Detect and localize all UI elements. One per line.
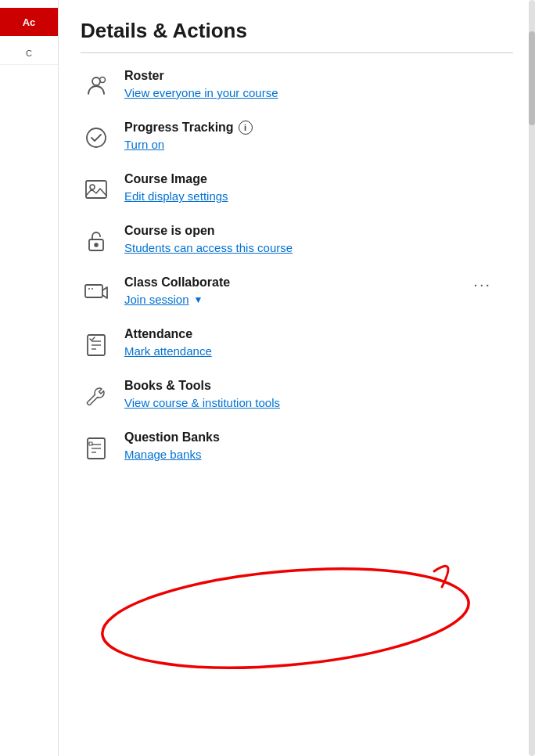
attendance-link[interactable]: Mark attendance	[124, 344, 212, 358]
tools-icon	[81, 380, 112, 412]
progress-info-icon[interactable]: i	[239, 121, 253, 135]
question-banks-content: Question Banks Manage banks	[124, 430, 220, 461]
collaborate-title: Class Collaborate	[124, 275, 513, 290]
svg-point-0	[92, 77, 100, 85]
progress-tracking-item: Progress Tracking i Turn on	[81, 121, 513, 153]
svg-point-6	[95, 243, 98, 247]
course-open-content: Course is open Students can access this …	[124, 224, 293, 254]
roster-title: Roster	[124, 69, 278, 83]
tools-svg	[84, 383, 109, 409]
details-actions-panel: Details & Actions Roster View everyone i…	[59, 0, 535, 756]
collaborate-more-button[interactable]: ···	[473, 275, 491, 293]
roster-icon	[81, 70, 112, 102]
attendance-content: Attendance Mark attendance	[124, 327, 212, 358]
progress-svg	[84, 125, 109, 150]
course-open-item: Course is open Students can access this …	[81, 224, 513, 257]
course-open-link[interactable]: Students can access this course	[124, 241, 293, 254]
title-divider	[81, 52, 513, 53]
join-session-dropdown-arrow[interactable]: ▼	[194, 294, 203, 305]
svg-rect-7	[85, 285, 102, 297]
roster-link[interactable]: View everyone in your course	[124, 86, 278, 99]
attendance-item: Attendance Mark attendance	[81, 327, 513, 360]
books-tools-content: Books & Tools View course & institution …	[124, 379, 280, 409]
join-session-link[interactable]: Join session	[124, 293, 189, 306]
course-image-content: Course Image Edit display settings	[124, 172, 228, 203]
roster-svg	[84, 74, 109, 99]
collaborate-content: Class Collaborate Join session ▼	[124, 275, 513, 306]
class-collaborate-item: Class Collaborate Join session ▼ ···	[81, 275, 513, 308]
lock-icon	[81, 225, 112, 257]
course-image-link[interactable]: Edit display settings	[124, 189, 228, 203]
svg-point-4	[90, 185, 95, 189]
collaborate-svg	[84, 280, 109, 305]
svg-rect-3	[86, 181, 106, 198]
progress-link[interactable]: Turn on	[124, 138, 253, 151]
sidebar-top-badge: Ac	[0, 8, 58, 36]
course-image-icon	[81, 174, 112, 205]
progress-title: Progress Tracking i	[124, 121, 253, 135]
page-title: Details & Actions	[81, 19, 513, 43]
question-banks-link[interactable]: Manage banks	[124, 448, 220, 461]
progress-icon	[81, 122, 112, 153]
roster-content: Roster View everyone in your course	[124, 69, 278, 99]
course-image-svg	[84, 177, 109, 202]
attendance-title: Attendance	[124, 327, 212, 341]
roster-item: Roster View everyone in your course	[81, 69, 513, 102]
attendance-icon	[81, 329, 112, 360]
books-tools-link[interactable]: View course & institution tools	[124, 396, 280, 409]
course-image-item: Course Image Edit display settings	[81, 172, 513, 205]
course-open-title: Course is open	[124, 224, 293, 238]
collaborate-icon	[81, 277, 112, 308]
join-session-row: Join session ▼	[124, 293, 513, 306]
left-sidebar: Ac C	[0, 0, 59, 756]
sidebar-bottom-label: C	[0, 42, 58, 65]
attendance-svg	[84, 332, 109, 357]
question-banks-svg	[84, 435, 109, 460]
svg-point-2	[87, 128, 106, 147]
course-image-title: Course Image	[124, 172, 228, 186]
question-banks-title: Question Banks	[124, 430, 220, 445]
svg-point-19	[99, 556, 473, 682]
question-banks-item: Question Banks Manage banks	[81, 430, 513, 463]
scroll-thumb[interactable]	[529, 31, 535, 125]
lock-svg	[84, 229, 109, 254]
progress-content: Progress Tracking i Turn on	[124, 121, 253, 151]
sidebar-top-label: Ac	[23, 16, 36, 28]
red-circle-annotation	[59, 0, 535, 756]
books-tools-item: Books & Tools View course & institution …	[81, 379, 513, 412]
svg-rect-18	[89, 442, 92, 445]
question-banks-icon	[81, 432, 112, 463]
scrollbar[interactable]	[529, 0, 535, 756]
books-tools-title: Books & Tools	[124, 379, 280, 393]
